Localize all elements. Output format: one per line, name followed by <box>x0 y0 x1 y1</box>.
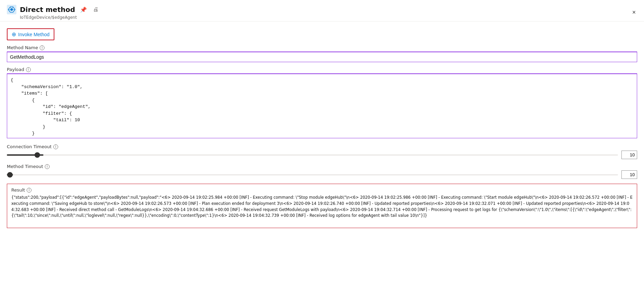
panel-body: ⊕ Invoke Method Method Name i Payload i … <box>0 25 644 235</box>
connection-timeout-thumb[interactable] <box>35 152 40 158</box>
method-timeout-label: Method Timeout i <box>7 164 637 169</box>
panel-header: Direct method 📌 🖨 IoTEdgeDevice/$edgeAge… <box>0 0 644 21</box>
header-divider <box>0 21 644 22</box>
method-timeout-info-icon: i <box>45 164 50 169</box>
connection-timeout-label: Connection Timeout i <box>7 144 637 149</box>
panel-title: Direct method <box>20 5 75 14</box>
direct-method-panel: Direct method 📌 🖨 IoTEdgeDevice/$edgeAge… <box>0 0 644 281</box>
print-button[interactable]: 🖨 <box>92 5 100 14</box>
print-icon: 🖨 <box>93 6 98 13</box>
panel-title-row: Direct method 📌 🖨 <box>7 5 100 14</box>
result-label: Result i <box>11 187 633 193</box>
pin-button[interactable]: 📌 <box>79 5 88 14</box>
azure-iot-logo <box>7 5 16 14</box>
result-info-icon: i <box>27 188 31 193</box>
connection-timeout-track[interactable] <box>7 154 618 156</box>
connection-timeout-value[interactable] <box>621 151 637 159</box>
connection-timeout-info-icon: i <box>53 144 58 149</box>
result-section: Result i {"status":200,"payload":[{"id":… <box>7 184 637 228</box>
method-timeout-slider-row <box>7 170 637 179</box>
connection-timeout-section: Connection Timeout i <box>7 144 637 159</box>
method-timeout-thumb[interactable] <box>7 172 13 178</box>
invoke-icon: ⊕ <box>12 31 16 38</box>
method-name-info-icon: i <box>40 45 44 50</box>
method-timeout-value[interactable] <box>621 170 637 179</box>
panel-title-group: Direct method 📌 🖨 IoTEdgeDevice/$edgeAge… <box>7 5 100 20</box>
payload-label: Payload i <box>7 67 637 72</box>
close-icon: × <box>632 9 636 16</box>
payload-textarea[interactable]: { "schemaVersion": "1.0", "items": [ { "… <box>7 73 637 138</box>
payload-info-icon: i <box>26 67 31 72</box>
invoke-method-label: Invoke Method <box>18 32 50 37</box>
method-name-input[interactable] <box>7 52 637 62</box>
invoke-method-button[interactable]: ⊕ Invoke Method <box>7 28 54 40</box>
pin-icon: 📌 <box>80 6 87 13</box>
method-timeout-track[interactable] <box>7 174 618 175</box>
close-button[interactable]: × <box>631 8 637 17</box>
panel-subtitle: IoTEdgeDevice/$edgeAgent <box>20 15 100 20</box>
method-timeout-section: Method Timeout i <box>7 164 637 179</box>
connection-timeout-slider-row <box>7 151 637 159</box>
method-name-label: Method Name i <box>7 45 637 50</box>
result-text: {"status":200,"payload":[{"id":"edgeAgen… <box>11 195 633 219</box>
